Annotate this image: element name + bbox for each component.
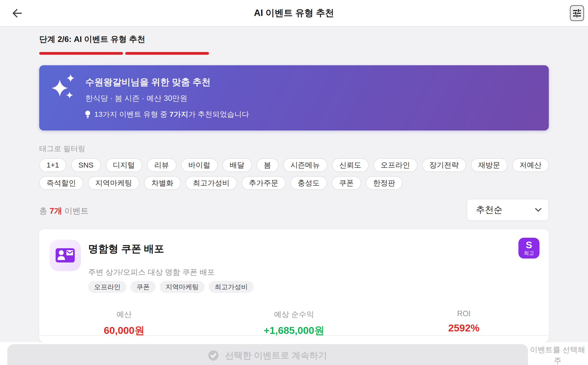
tag-chip[interactable]: SNS: [71, 158, 101, 172]
grade-badge: S 최고: [518, 238, 539, 259]
banner-info-row: 13가지 이벤트 유형 중 7가지가 추천되었습니다: [85, 109, 249, 119]
event-tag: 오프라인: [88, 281, 126, 293]
event-tag: 쿠폰: [131, 281, 156, 293]
tune-sliders-icon: [572, 9, 582, 18]
continue-button-label: 선택한 이벤트로 계속하기: [225, 350, 327, 362]
tag-chip[interactable]: 충성도: [290, 176, 327, 190]
filter-settings-button[interactable]: [570, 5, 584, 21]
tag-chip[interactable]: 1+1: [39, 158, 66, 172]
tag-filter-label: 태그로 필터링: [39, 144, 85, 154]
tag-chip[interactable]: 저예산: [512, 158, 549, 172]
banner-info-text: 13가지 이벤트 유형 중 7가지가 추천되었습니다: [94, 109, 249, 119]
tag-chip[interactable]: 쿠폰: [332, 176, 361, 190]
ai-recommendation-banner: 수원왕갈비님을 위한 맞춤 추천 한식당 · 봄 시즌 · 예산 30만원 13…: [39, 65, 549, 130]
tag-chip[interactable]: 장기전략: [422, 158, 466, 172]
tag-chip[interactable]: 차별화: [144, 176, 181, 190]
event-type-icon-bg: [49, 240, 81, 271]
event-card[interactable]: 명함형 쿠폰 배포 주변 상가/오피스 대상 명함 쿠폰 배포 오프라인 쿠폰 …: [39, 229, 549, 342]
tag-filter-chips: 1+1 SNS 디지털 리뷰 바이럴 배달 봄 시즌메뉴 신뢰도 오프라인 장기…: [39, 158, 551, 190]
tag-chip[interactable]: 리뷰: [147, 158, 176, 172]
sort-dropdown[interactable]: 추천순: [467, 199, 549, 221]
progress-segment-filled: [39, 52, 123, 55]
progress-bar: [39, 52, 209, 55]
card-divider: [39, 335, 549, 336]
sparkles-icon: [50, 73, 78, 103]
grade-label: 최고: [524, 250, 534, 256]
tag-chip[interactable]: 시즌메뉴: [283, 158, 327, 172]
tag-chip[interactable]: 디지털: [106, 158, 142, 172]
event-title: 명함형 쿠폰 배포: [88, 242, 164, 256]
bottom-bar: 선택한 이벤트로 계속하기 이벤트를 선택해주 세요: [0, 342, 588, 365]
continue-button-disabled[interactable]: 선택한 이벤트로 계속하기: [7, 344, 528, 365]
stat-roi-value: 2592%: [448, 322, 479, 334]
tag-chip[interactable]: 추가주문: [242, 176, 286, 190]
contact-card-icon: [56, 248, 75, 263]
event-stats: 예산 60,000원 예상 순수익 +1,685,000원 ROI 2592%: [39, 309, 549, 337]
stat-budget: 예산 60,000원: [39, 309, 209, 337]
tag-chip[interactable]: 재방문: [471, 158, 508, 172]
lightbulb-icon: [85, 110, 91, 119]
step-indicator: 단계 2/6: AI 이벤트 유형 추천: [39, 34, 145, 45]
tag-chip[interactable]: 즉석할인: [39, 176, 83, 190]
progress-segment-filled: [125, 52, 209, 55]
chevron-down-icon: [535, 208, 542, 212]
selection-hint: 이벤트를 선택해주 세요: [529, 344, 587, 365]
stat-expected-profit: 예상 순수익 +1,685,000원: [209, 309, 379, 337]
tag-chip[interactable]: 최고가성비: [185, 176, 237, 190]
tag-chip[interactable]: 한정판: [366, 176, 403, 190]
tag-chip[interactable]: 배달: [222, 158, 252, 172]
event-count: 총 7개 이벤트: [39, 206, 89, 217]
event-description: 주변 상가/오피스 대상 명함 쿠폰 배포: [88, 267, 215, 277]
event-tag: 최고가성비: [209, 281, 254, 293]
tag-chip[interactable]: 오프라인: [373, 158, 417, 172]
tag-chip[interactable]: 바이럴: [181, 158, 218, 172]
page-title: AI 이벤트 유형 추천: [0, 0, 588, 26]
header: AI 이벤트 유형 추천: [0, 0, 588, 26]
tag-chip[interactable]: 봄: [257, 158, 279, 172]
tag-chip[interactable]: 지역마케팅: [88, 176, 139, 190]
banner-title: 수원왕갈비님을 위한 맞춤 추천: [85, 76, 211, 88]
grade-letter: S: [526, 240, 532, 250]
sort-dropdown-value: 추천순: [476, 204, 502, 216]
check-circle-icon: [208, 350, 219, 361]
event-tag: 지역마케팅: [160, 281, 205, 293]
stat-roi: ROI 2592%: [379, 309, 549, 337]
banner-subtitle: 한식당 · 봄 시즌 · 예산 30만원: [85, 93, 187, 104]
event-count-number: 7개: [49, 206, 62, 215]
tag-chip[interactable]: 신뢰도: [332, 158, 369, 172]
event-tags: 오프라인 쿠폰 지역마케팅 최고가성비: [88, 281, 254, 293]
